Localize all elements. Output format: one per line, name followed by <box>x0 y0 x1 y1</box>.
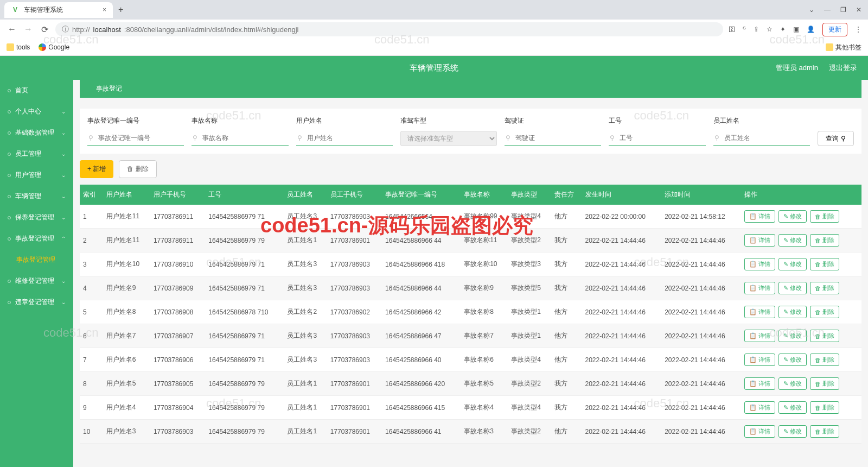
add-button[interactable]: + 新增 <box>80 160 113 178</box>
sidebar-item-1[interactable]: 个人中心⌄ <box>0 101 73 122</box>
browser-tab[interactable]: V 车辆管理系统 × <box>4 2 113 18</box>
bookmark-tools[interactable]: tools <box>7 43 30 51</box>
sidebar-item-5[interactable]: 车辆管理⌄ <box>0 186 73 207</box>
panel-icon[interactable]: ▣ <box>793 26 799 33</box>
input-1[interactable] <box>192 131 288 146</box>
detail-button[interactable]: 📋 详情 <box>744 234 775 247</box>
update-button[interactable]: 更新 <box>822 23 847 36</box>
sidebar-item-4[interactable]: 用户管理⌄ <box>0 165 73 186</box>
delete-button[interactable]: 🗑 删除 <box>810 282 839 294</box>
detail-button[interactable]: 📋 详情 <box>744 306 775 318</box>
detail-button[interactable]: 📋 详情 <box>744 354 775 366</box>
detail-button[interactable]: 📋 详情 <box>744 330 775 342</box>
edit-button[interactable]: ✎ 修改 <box>778 234 807 247</box>
edit-button[interactable]: ✎ 修改 <box>778 258 807 270</box>
query-button[interactable]: 查询 ⚲ <box>818 131 854 146</box>
delete-button[interactable]: 🗑 删除 <box>810 258 839 270</box>
detail-button[interactable]: 📋 详情 <box>744 210 775 223</box>
sidebar-item-label: 个人中心 <box>15 107 41 116</box>
extension-icon[interactable]: ✦ <box>780 26 786 33</box>
profile-icon[interactable]: 👤 <box>807 26 815 33</box>
sidebar-item-7[interactable]: 事故登记管理⌃ <box>0 228 73 249</box>
close-window-icon[interactable]: ✕ <box>856 6 861 14</box>
column-header: 事故登记唯一编号 <box>382 185 461 205</box>
current-user[interactable]: 管理员 admin <box>776 63 818 73</box>
sidebar-item-3[interactable]: 员工管理⌄ <box>0 143 73 165</box>
logout-link[interactable]: 退出登录 <box>829 63 857 73</box>
close-tab-icon[interactable]: × <box>103 6 106 14</box>
sidebar-item-label: 事故登记管理 <box>16 255 55 264</box>
detail-button[interactable]: 📋 详情 <box>744 377 775 390</box>
edit-button[interactable]: ✎ 修改 <box>778 282 807 294</box>
select-3[interactable]: 请选择准驾车型 <box>400 131 497 146</box>
detail-button[interactable]: 📋 详情 <box>744 258 775 270</box>
sidebar-item-0[interactable]: 首页 <box>0 80 73 101</box>
dot-icon <box>8 153 11 156</box>
main-content: 事故登记 事故登记唯一编号⚲事故名称⚲用户姓名⚲准驾车型请选择准驾车型驾驶证⚲工… <box>73 80 868 467</box>
delete-button[interactable]: 🗑 删除 <box>119 160 156 178</box>
edit-button[interactable]: ✎ 修改 <box>778 401 807 414</box>
edit-button[interactable]: ✎ 修改 <box>778 210 807 223</box>
sidebar-item-6[interactable]: 保养登记管理⌄ <box>0 207 73 228</box>
star-icon[interactable]: ☆ <box>767 26 773 33</box>
edit-button[interactable]: ✎ 修改 <box>778 354 807 366</box>
input-6[interactable] <box>713 131 810 146</box>
edit-button[interactable]: ✎ 修改 <box>778 377 807 390</box>
search-field-4: 驾驶证⚲ <box>505 116 601 146</box>
ops-cell: 📋 详情✎ 修改🗑 删除 <box>741 324 861 348</box>
input-5[interactable] <box>609 131 705 146</box>
detail-icon: 📋 <box>749 285 757 292</box>
ops-cell: 📋 详情✎ 修改🗑 删除 <box>741 276 861 300</box>
delete-button[interactable]: 🗑 删除 <box>810 377 839 390</box>
delete-icon: 🗑 <box>815 405 821 411</box>
search-icon: ⚲ <box>841 135 846 142</box>
chevron-icon: ⌄ <box>61 214 66 220</box>
search-icon: ⚲ <box>193 134 197 142</box>
delete-button[interactable]: 🗑 删除 <box>810 401 839 414</box>
forward-icon[interactable]: → <box>23 24 34 34</box>
sidebar-item-10[interactable]: 违章登记管理⌄ <box>0 292 73 313</box>
minimize-icon[interactable]: — <box>824 6 831 14</box>
delete-button[interactable]: 🗑 删除 <box>810 210 839 223</box>
table-cell: 事故名称7 <box>461 324 508 348</box>
share-icon[interactable]: ⇪ <box>754 26 759 33</box>
maximize-icon[interactable]: ❐ <box>840 6 846 14</box>
edit-button[interactable]: ✎ 修改 <box>778 306 807 318</box>
menu-icon[interactable]: ⋮ <box>855 26 861 33</box>
input-2[interactable] <box>296 131 393 146</box>
sidebar-item-9[interactable]: 维修登记管理⌄ <box>0 270 73 292</box>
bookmark-other[interactable]: 其他书签 <box>826 43 861 52</box>
table-cell: 17703786905 <box>150 372 205 396</box>
delete-button[interactable]: 🗑 删除 <box>810 306 839 318</box>
chevron-down-icon[interactable]: ⌄ <box>809 6 814 14</box>
key-icon[interactable]: ⚿ <box>729 26 735 33</box>
search-icon: ⚲ <box>88 134 93 142</box>
detail-button[interactable]: 📋 详情 <box>744 425 775 438</box>
translate-icon[interactable]: ᴳ <box>743 26 746 33</box>
input-4[interactable] <box>505 131 601 146</box>
sidebar-item-8[interactable]: 事故登记管理 <box>0 249 73 270</box>
table-cell: 2022-02-21 14:44:46 <box>661 420 741 444</box>
input-0[interactable] <box>87 131 184 146</box>
tab-bar: V 车辆管理系统 × + ⌄ — ❐ ✕ <box>0 0 868 20</box>
tab-title: 车辆管理系统 <box>24 5 63 15</box>
sidebar-item-label: 维修登记管理 <box>15 276 54 286</box>
delete-icon: 🗑 <box>815 285 821 292</box>
back-icon[interactable]: ← <box>7 24 17 34</box>
sidebar-item-label: 用户管理 <box>15 171 41 180</box>
sidebar-item-2[interactable]: 基础数据管理⌄ <box>0 122 73 143</box>
delete-button[interactable]: 🗑 删除 <box>810 354 839 366</box>
detail-button[interactable]: 📋 详情 <box>744 282 775 294</box>
edit-button[interactable]: ✎ 修改 <box>778 425 807 438</box>
bookmark-google[interactable]: Google <box>39 43 69 51</box>
url-input[interactable]: ⓘ http://localhost:8080/cheliangguanli/a… <box>55 22 723 36</box>
delete-button[interactable]: 🗑 删除 <box>810 425 839 438</box>
reload-icon[interactable]: ⟳ <box>39 24 50 35</box>
dot-icon <box>8 216 11 219</box>
delete-button[interactable]: 🗑 删除 <box>810 234 839 247</box>
detail-button[interactable]: 📋 详情 <box>744 401 775 414</box>
delete-button[interactable]: 🗑 删除 <box>810 330 839 342</box>
table-cell: 2022-02-21 14:44:46 <box>661 396 741 420</box>
edit-button[interactable]: ✎ 修改 <box>778 330 807 342</box>
new-tab-button[interactable]: + <box>113 5 129 15</box>
